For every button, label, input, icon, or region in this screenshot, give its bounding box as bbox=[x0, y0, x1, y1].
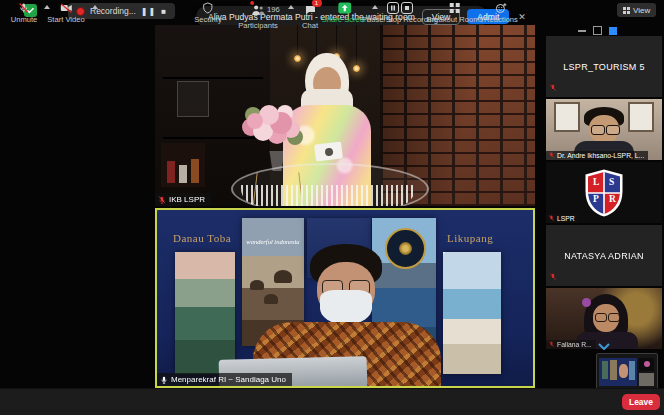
view-layout-button[interactable]: View bbox=[617, 3, 656, 17]
poster-likupang bbox=[443, 252, 501, 374]
participants-count: 196 bbox=[267, 5, 280, 14]
glasses-lens bbox=[591, 125, 605, 135]
glasses-lens bbox=[606, 125, 620, 135]
participant-name: NATASYA ADRIAN bbox=[564, 251, 644, 261]
wonderful-indonesia-logo: wonderful indonesia bbox=[246, 238, 300, 245]
meeting-toolbar bbox=[0, 388, 664, 415]
participant-name-badge: LSPR bbox=[546, 214, 579, 223]
screen-preview-thumbnail[interactable] bbox=[596, 353, 658, 391]
zoom-meeting-window: Recording... ❚❚ ■ Aliva Pudyas Permata P… bbox=[0, 0, 664, 415]
grid-view-icon[interactable] bbox=[609, 27, 617, 35]
preview-face bbox=[619, 364, 628, 378]
participant-name: IKB LSPR bbox=[169, 195, 205, 204]
filmstrip-layout-controls bbox=[578, 26, 617, 35]
book bbox=[191, 159, 199, 183]
logo-letter: P bbox=[593, 194, 599, 204]
video-options-caret[interactable] bbox=[92, 5, 98, 9]
muted-camera-icon bbox=[59, 2, 73, 14]
stupa-shape bbox=[264, 294, 278, 304]
muted-mic-icon bbox=[549, 273, 557, 283]
kemenparekraf-seal bbox=[385, 228, 426, 269]
chat-badge: 1 bbox=[311, 0, 321, 7]
breakout-rooms-button[interactable]: Breakout Rooms bbox=[427, 2, 484, 24]
collapse-strip-icon[interactable] bbox=[578, 30, 586, 32]
stupa-shape bbox=[274, 270, 292, 283]
view-layout-label: View bbox=[633, 6, 650, 15]
security-label: Security bbox=[194, 15, 221, 24]
unmute-button[interactable]: Unmute bbox=[11, 2, 38, 24]
participant-tile-natasya[interactable]: NATASYA ADRIAN bbox=[546, 225, 662, 286]
book bbox=[179, 165, 187, 183]
participants-label: Participants bbox=[238, 21, 278, 30]
grid-view-icon bbox=[623, 7, 630, 14]
logo-letter: S bbox=[609, 177, 614, 187]
preview-poster bbox=[629, 361, 635, 380]
flower-bouquet bbox=[247, 113, 263, 129]
pause-recording-icon[interactable]: ❚❚ bbox=[141, 7, 156, 16]
participant-name: Dr. Andre Ikhsano-LSPR, L... bbox=[557, 152, 644, 159]
participant-tile-faliana[interactable]: Faliana R... bbox=[546, 288, 662, 349]
framed-certificate bbox=[554, 102, 580, 132]
participants-options-caret[interactable] bbox=[288, 5, 294, 9]
participants-alert-dot bbox=[250, 1, 254, 5]
glasses-lens bbox=[608, 313, 620, 322]
participant-name: Faliana R... bbox=[557, 341, 592, 348]
bulb-wire bbox=[356, 25, 357, 65]
reactions-button[interactable]: Reactions bbox=[484, 2, 518, 24]
main-video-sandiaga-uno[interactable]: Danau Toba Likupang M wonderful indonesi… bbox=[155, 208, 535, 388]
preview-logo-dot bbox=[644, 361, 650, 367]
single-column-view-icon[interactable] bbox=[593, 26, 602, 35]
destination-label-danau-toba: Danau Toba bbox=[173, 232, 231, 244]
stop-recording-icon[interactable]: ■ bbox=[161, 7, 167, 16]
participants-button[interactable]: 196 Participants bbox=[238, 2, 278, 30]
face-mask bbox=[320, 290, 372, 324]
hair-flower bbox=[582, 298, 591, 307]
start-video-button[interactable]: Start Video bbox=[47, 2, 84, 24]
preview-tile bbox=[639, 373, 654, 386]
share-screen-icon bbox=[338, 2, 352, 14]
unmute-label: Unmute bbox=[11, 15, 38, 24]
chat-icon: 1 bbox=[303, 2, 316, 20]
chat-button[interactable]: 1 Chat bbox=[302, 2, 318, 30]
participant-tile-andre[interactable]: Dr. Andre Ikhsano-LSPR, L... bbox=[546, 99, 662, 160]
shield-icon bbox=[203, 2, 214, 14]
table-fringe bbox=[241, 185, 415, 206]
reactions-label: Reactions bbox=[484, 15, 518, 24]
shelf-edge bbox=[163, 137, 263, 139]
poster-danau-toba bbox=[175, 252, 235, 374]
muted-mic-icon bbox=[548, 215, 555, 222]
bulb-wire bbox=[336, 25, 337, 53]
preview-tile bbox=[639, 358, 654, 371]
lspr-shield-logo: L S P R bbox=[584, 169, 624, 217]
participant-name-badge: Menparekraf RI ~ Sandiaga Uno bbox=[157, 373, 292, 386]
main-video-ikb-lspr[interactable]: IKB LSPR bbox=[155, 25, 535, 206]
leave-button[interactable]: Leave bbox=[622, 394, 660, 410]
participant-tile-lspr-tourism[interactable]: LSPR_TOURISM 5 bbox=[546, 36, 662, 97]
participant-name: Menparekraf RI ~ Sandiaga Uno bbox=[171, 375, 286, 384]
reactions-icon bbox=[495, 2, 507, 14]
hanging-bulb bbox=[353, 65, 360, 72]
active-mic-icon bbox=[160, 376, 168, 384]
hanging-bulb bbox=[294, 55, 301, 62]
muted-mic-icon bbox=[549, 84, 557, 94]
breakout-rooms-label: Breakout Rooms bbox=[427, 15, 484, 24]
muted-mic-icon bbox=[548, 152, 555, 159]
preview-poster bbox=[602, 361, 608, 379]
preview-poster bbox=[610, 360, 617, 380]
framed-certificate bbox=[628, 102, 654, 132]
glass-decor bbox=[177, 81, 209, 117]
participant-tile-lspr-logo[interactable]: L S P R LSPR bbox=[546, 162, 662, 223]
destination-label-likupang: Likupang bbox=[447, 232, 493, 244]
muted-mic-icon bbox=[18, 2, 30, 14]
muted-mic-icon bbox=[548, 341, 555, 348]
breakout-rooms-icon bbox=[449, 2, 461, 14]
muted-mic-icon bbox=[158, 196, 166, 204]
security-button[interactable]: Security bbox=[194, 2, 221, 24]
glasses-lens bbox=[595, 313, 607, 322]
shelf-edge bbox=[163, 77, 263, 79]
start-video-label: Start Video bbox=[47, 15, 84, 24]
chevron-down-icon[interactable] bbox=[598, 343, 610, 350]
pause-stop-recording-icon bbox=[387, 2, 413, 14]
participant-name-badge: Faliana R... bbox=[546, 340, 596, 349]
stupa-shape bbox=[250, 280, 264, 290]
